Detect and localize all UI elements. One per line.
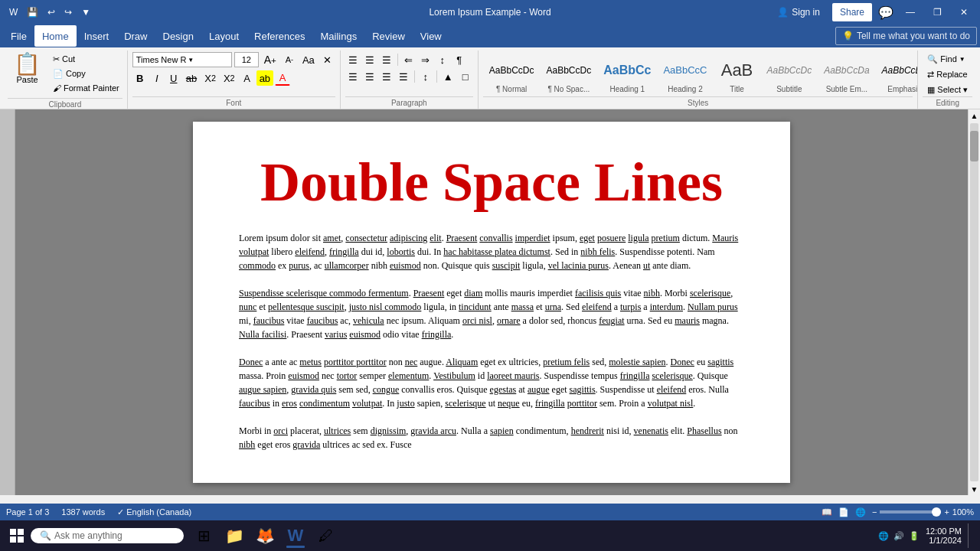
menu-mailings[interactable]: Mailings (313, 25, 365, 47)
network-icon[interactable]: 🌐 (878, 531, 889, 541)
menu-layout[interactable]: Layout (201, 25, 247, 47)
volume-icon[interactable]: 🔊 (893, 531, 904, 541)
justify-btn[interactable]: ☰ (396, 69, 411, 84)
shading-btn[interactable]: ▲ (440, 69, 456, 84)
increase-indent-btn[interactable]: ⇒ (418, 52, 433, 67)
zoom-handle[interactable] (932, 507, 941, 517)
align-right-btn[interactable]: ☰ (379, 69, 394, 84)
strikethrough-btn[interactable]: ab (183, 70, 200, 86)
vertical-scrollbar[interactable]: ▲ ▼ (968, 109, 980, 495)
style-emphasis[interactable]: AaBbCcDa Emphasis (876, 54, 919, 95)
menu-insert[interactable]: Insert (77, 25, 117, 47)
bullets-btn[interactable]: ☰ (345, 52, 361, 67)
web-layout-icon[interactable]: 🌐 (855, 507, 866, 517)
bold-btn[interactable]: B (132, 70, 148, 86)
restore-btn[interactable]: ❐ (927, 0, 948, 24)
numbering-btn[interactable]: ☰ (362, 52, 377, 67)
print-layout-icon[interactable]: 📄 (838, 507, 849, 517)
find-btn[interactable]: 🔍 Find ▼ (923, 52, 972, 66)
replace-btn[interactable]: ⇄ Replace (923, 67, 972, 81)
tell-me-bar[interactable]: 💡 Tell me what you want to do (835, 27, 977, 45)
svg-rect-1 (18, 529, 24, 535)
clock[interactable]: 12:00 PM 1/1/2024 (926, 527, 962, 545)
document-page[interactable]: Double Space Lines Lorem ipsum dolor sit… (193, 122, 790, 483)
style-normal[interactable]: AaBbCcDc ¶ Normal (483, 54, 541, 95)
cut-btn[interactable]: ✂ Cut (50, 52, 122, 66)
close-btn[interactable]: ✕ (954, 0, 974, 24)
scroll-down-arrow[interactable]: ▼ (969, 483, 980, 495)
menu-design[interactable]: Design (155, 25, 201, 47)
ribbon: 📋 Paste ✂ Cut 📄 Copy 🖌 (0, 47, 980, 109)
style-subtitle[interactable]: AaBbCcDc Subtitle (761, 54, 818, 95)
style-no-spacing[interactable]: AaBbCcDc ¶ No Spac... (541, 54, 598, 95)
decrease-indent-btn[interactable]: ⇐ (401, 52, 416, 67)
taskbar-corel[interactable]: 🖊 (312, 522, 340, 549)
document-scroll[interactable]: Double Space Lines Lorem ipsum dolor sit… (15, 109, 968, 495)
redo-btn[interactable]: ↪ (61, 5, 75, 19)
copy-btn[interactable]: 📄 Copy (50, 67, 122, 80)
read-mode-icon[interactable]: 📖 (822, 507, 832, 517)
sign-in-btn[interactable]: 👤 Sign in (771, 4, 826, 21)
show-desktop-btn[interactable] (968, 523, 971, 548)
font-size-selector[interactable]: 12 (234, 52, 259, 67)
taskbar-task-view[interactable]: ⊞ (190, 522, 217, 549)
style-subtle-emphasis[interactable]: AaBbCcDa Subtle Em... (818, 54, 875, 95)
borders-btn[interactable]: □ (458, 69, 473, 84)
sort-btn[interactable]: ↕ (435, 52, 450, 67)
menu-view[interactable]: View (413, 25, 449, 47)
start-menu-btn[interactable] (3, 522, 31, 549)
italic-btn[interactable]: I (149, 70, 165, 86)
system-tray[interactable]: 🌐 🔊 🔋 (878, 531, 920, 541)
taskbar-search[interactable]: 🔍 Ask me anything (31, 528, 184, 543)
zoom-slider[interactable] (880, 510, 941, 514)
menu-references[interactable]: References (247, 25, 312, 47)
change-case-btn[interactable]: Aa (299, 52, 318, 67)
font-name-selector[interactable]: Times New R ▼ (132, 52, 232, 67)
taskbar-word[interactable]: W (282, 522, 309, 549)
comment-icon[interactable]: 💬 (878, 5, 893, 20)
select-icon: ▦ (927, 85, 935, 95)
taskbar-file-explorer[interactable]: 📁 (220, 522, 248, 549)
minimize-btn[interactable]: — (900, 0, 921, 24)
taskbar-firefox[interactable]: 🦊 (251, 522, 279, 549)
zoom-out-btn[interactable]: − (872, 507, 877, 517)
align-center-btn[interactable]: ☰ (362, 69, 377, 84)
style-heading2[interactable]: AaBbCcC Heading 2 (657, 54, 713, 95)
scrollbar-thumb[interactable] (970, 131, 978, 161)
text-effects-btn[interactable]: A (240, 70, 255, 86)
paste-btn[interactable]: 📋 Paste (8, 52, 47, 86)
format-painter-btn[interactable]: 🖌 Format Painter (50, 81, 122, 95)
multilevel-btn[interactable]: ☰ (379, 52, 394, 67)
scrollbar-track[interactable] (970, 123, 978, 481)
style-heading1[interactable]: AaBbCc Heading 1 (597, 54, 657, 95)
show-marks-btn[interactable]: ¶ (452, 52, 467, 67)
text-highlight-btn[interactable]: ab (256, 70, 273, 86)
zoom-in-btn[interactable]: + (944, 507, 949, 517)
shrink-font-btn[interactable]: A- (282, 52, 297, 67)
share-btn[interactable]: Share (832, 3, 872, 21)
font-color-btn[interactable]: A (275, 70, 290, 86)
select-btn[interactable]: ▦ Select ▾ (923, 83, 972, 96)
style-title[interactable]: AaB Title (714, 54, 761, 95)
undo-btn[interactable]: ↩ (44, 5, 58, 19)
line-spacing-btn[interactable]: ↕ (418, 69, 433, 84)
underline-btn[interactable]: U (166, 70, 181, 86)
clear-formatting-btn[interactable]: ✕ (320, 52, 335, 67)
customize-quick-access-btn[interactable]: ▼ (78, 5, 93, 19)
align-left-btn[interactable]: ☰ (345, 69, 361, 84)
subscript-btn[interactable]: X2 (201, 70, 219, 86)
scroll-up-arrow[interactable]: ▲ (969, 109, 980, 122)
word-icon[interactable]: W (6, 5, 21, 19)
menu-home[interactable]: Home (34, 25, 77, 47)
menu-draw[interactable]: Draw (116, 25, 155, 47)
grow-font-btn[interactable]: A+ (261, 52, 279, 67)
paste-icon: 📋 (14, 54, 41, 75)
zoom-bar[interactable]: − + 100% (872, 507, 974, 517)
clipboard-group: 📋 Paste ✂ Cut 📄 Copy 🖌 (3, 51, 128, 109)
separator-3 (436, 70, 437, 83)
menu-file[interactable]: File (3, 25, 34, 47)
quick-save-btn[interactable]: 💾 (24, 5, 41, 19)
menu-review[interactable]: Review (364, 25, 413, 47)
superscript-btn[interactable]: X2 (220, 70, 238, 86)
taskbar-icons: ⊞ 📁 🦊 W 🖊 (190, 522, 340, 549)
